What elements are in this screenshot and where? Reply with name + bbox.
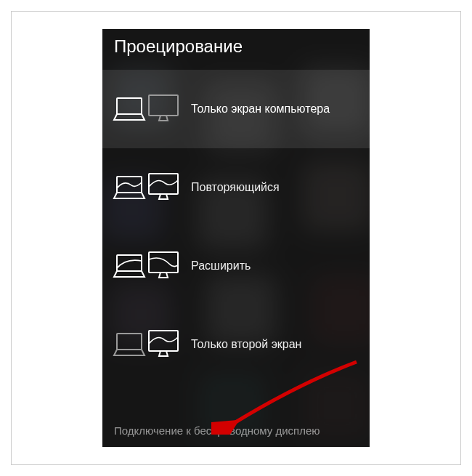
svg-rect-6 [117, 334, 142, 350]
svg-rect-0 [117, 98, 142, 114]
svg-rect-4 [117, 255, 142, 271]
extend-icon [113, 247, 181, 285]
option-label: Расширить [191, 259, 359, 274]
duplicate-icon [113, 169, 181, 206]
second-screen-only-icon [113, 326, 181, 363]
option-second-screen-only[interactable]: Только второй экран [102, 305, 370, 384]
panel-title: Проецирование [102, 29, 370, 70]
option-extend[interactable]: Расширить [102, 227, 370, 305]
option-label: Только второй экран [191, 337, 359, 352]
option-label: Только экран компьютера [191, 102, 359, 117]
project-panel: Проецирование [102, 29, 370, 447]
connect-wireless-display-link[interactable]: Подключение к беспроводному дисплею [102, 414, 370, 447]
option-duplicate[interactable]: Повторяющийся [102, 148, 370, 227]
pc-screen-only-icon [113, 90, 181, 128]
option-pc-screen-only[interactable]: Только экран компьютера [102, 70, 370, 148]
svg-rect-5 [149, 252, 178, 273]
option-label: Повторяющийся [191, 180, 359, 195]
svg-rect-1 [149, 95, 178, 116]
projection-options: Только экран компьютера [102, 70, 370, 414]
